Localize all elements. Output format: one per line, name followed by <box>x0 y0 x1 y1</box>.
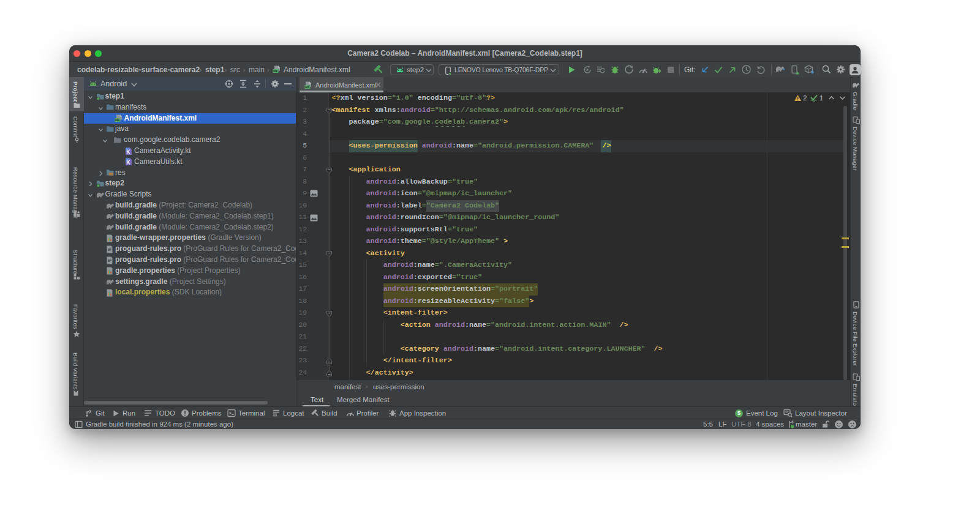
svg-text:MF: MF <box>273 69 278 73</box>
svg-text:MF: MF <box>115 118 120 122</box>
svg-text:MF: MF <box>305 85 310 89</box>
